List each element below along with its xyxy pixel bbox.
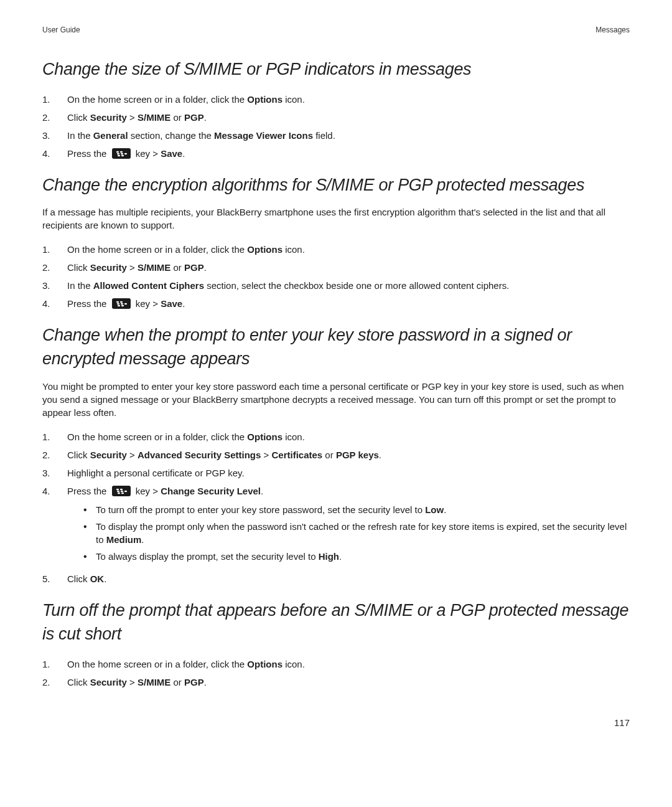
page-content: Change the size of S/MIME or PGP indicat… — [42, 58, 630, 691]
svg-point-2 — [119, 151, 122, 153]
step-text: Press the key > Save. — [67, 297, 630, 310]
svg-point-20 — [120, 491, 123, 493]
svg-point-21 — [124, 491, 126, 493]
bullet-item: To always display the prompt, set the se… — [83, 548, 630, 565]
step-number: 1. — [42, 430, 67, 443]
step-item: 1.On the home screen or in a folder, cli… — [42, 655, 630, 673]
step-text: Press the key > Change Security Level.To… — [67, 484, 630, 567]
step-text: Click Security > Advanced Security Setti… — [67, 448, 630, 461]
page-header: User Guide Messages — [42, 25, 630, 35]
section-heading: Change when the prompt to enter your key… — [42, 324, 630, 371]
svg-point-9 — [116, 301, 118, 303]
step-item: 1.On the home screen or in a folder, cli… — [42, 90, 630, 108]
page-number: 117 — [42, 716, 630, 729]
blackberry-menu-key-icon — [112, 148, 131, 159]
svg-point-19 — [116, 491, 119, 493]
step-item: 2.Click Security > Advanced Security Set… — [42, 446, 630, 464]
step-item: 3.Highlight a personal certificate or PG… — [42, 464, 630, 482]
step-number: 4. — [42, 297, 67, 310]
step-text: Click Security > S/MIME or PGP. — [67, 111, 630, 124]
step-list: 1.On the home screen or in a folder, cli… — [42, 90, 630, 163]
step-text: Click Security > S/MIME or PGP. — [67, 676, 630, 689]
step-text: Highlight a personal certificate or PGP … — [67, 466, 630, 479]
svg-point-17 — [116, 489, 118, 491]
svg-point-7 — [121, 154, 123, 156]
svg-point-4 — [120, 153, 123, 154]
step-text: Click OK. — [67, 572, 630, 585]
step-number: 2. — [42, 448, 67, 461]
step-text: On the home screen or in a folder, click… — [67, 430, 630, 443]
step-list: 1.On the home screen or in a folder, cli… — [42, 655, 630, 691]
step-item: 2.Click Security > S/MIME or PGP. — [42, 108, 630, 126]
step-number: 1. — [42, 658, 67, 671]
step-number: 1. — [42, 243, 67, 256]
step-number: 4. — [42, 484, 67, 498]
step-number: 3. — [42, 466, 67, 479]
section-body: If a message has multiple recipients, yo… — [42, 205, 630, 232]
bullet-item: To display the prompt only when the pass… — [83, 518, 630, 548]
step-number: 3. — [42, 129, 67, 142]
bullet-item: To turn off the prompt to enter your key… — [83, 501, 630, 518]
svg-point-14 — [117, 305, 119, 307]
step-text: On the home screen or in a folder, click… — [67, 93, 630, 106]
step-text: On the home screen or in a folder, click… — [67, 658, 630, 671]
svg-point-5 — [124, 153, 126, 154]
svg-point-6 — [117, 154, 119, 156]
step-text: On the home screen or in a folder, click… — [67, 243, 630, 256]
step-text: In the General section, change the Messa… — [67, 129, 630, 142]
step-text: Click Security > S/MIME or PGP. — [67, 261, 630, 274]
step-item: 5.Click OK. — [42, 570, 630, 588]
svg-point-22 — [117, 493, 119, 494]
step-item: 2.Click Security > S/MIME or PGP. — [42, 258, 630, 276]
step-number: 3. — [42, 279, 67, 292]
svg-point-3 — [116, 153, 119, 154]
svg-point-18 — [119, 489, 122, 491]
step-number: 1. — [42, 93, 67, 106]
section-heading: Turn off the prompt that appears before … — [42, 599, 630, 646]
svg-point-12 — [120, 303, 123, 305]
blackberry-menu-key-icon — [112, 298, 131, 309]
step-item: 3.In the General section, change the Mes… — [42, 126, 630, 144]
step-number: 2. — [42, 261, 67, 274]
step-number: 2. — [42, 676, 67, 689]
step-item: 3.In the Allowed Content Ciphers section… — [42, 276, 630, 295]
step-text: Press the key > Save. — [67, 147, 630, 160]
section-heading: Change the encryption algorithms for S/M… — [42, 174, 630, 197]
step-item: 2.Click Security > S/MIME or PGP. — [42, 673, 630, 691]
svg-point-23 — [121, 493, 123, 494]
svg-point-1 — [116, 151, 118, 153]
step-item: 1.On the home screen or in a folder, cli… — [42, 428, 630, 446]
step-number: 4. — [42, 147, 67, 160]
step-list: 1.On the home screen or in a folder, cli… — [42, 240, 630, 313]
blackberry-menu-key-icon — [112, 486, 131, 496]
step-item: 4.Press the key > Change Security Level.… — [42, 482, 630, 570]
step-item: 4.Press the key > Save. — [42, 295, 630, 313]
step-list: 1.On the home screen or in a folder, cli… — [42, 428, 630, 588]
section-heading: Change the size of S/MIME or PGP indicat… — [42, 58, 630, 82]
step-number: 5. — [42, 572, 67, 585]
step-number: 2. — [42, 111, 67, 124]
bullet-list: To turn off the prompt to enter your key… — [83, 501, 630, 565]
header-left: User Guide — [42, 25, 80, 35]
step-item: 1.On the home screen or in a folder, cli… — [42, 240, 630, 258]
header-right: Messages — [595, 25, 630, 35]
step-item: 4.Press the key > Save. — [42, 144, 630, 163]
step-text: In the Allowed Content Ciphers section, … — [67, 279, 630, 292]
svg-point-13 — [124, 303, 126, 305]
svg-point-15 — [121, 305, 123, 307]
section-body: You might be prompted to enter your key … — [42, 380, 630, 419]
svg-point-11 — [116, 303, 119, 305]
svg-point-10 — [119, 301, 122, 303]
